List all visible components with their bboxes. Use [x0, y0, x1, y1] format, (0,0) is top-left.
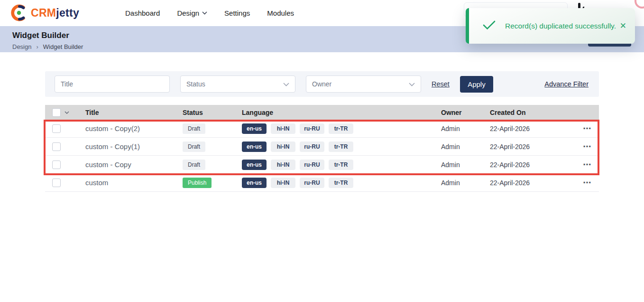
language-badge[interactable]: ru-RU [300, 160, 324, 170]
row-checkbox[interactable] [52, 179, 61, 187]
nav-item-modules[interactable]: Modules [267, 9, 294, 17]
language-badges: en-ushi-INru-RUtr-TR [242, 160, 441, 170]
row-title: custom - Copy(2) [85, 124, 183, 132]
toast-message: Record(s) duplicated successfully. [505, 22, 616, 30]
table-row: custom - Copy Draft en-ushi-INru-RUtr-TR… [45, 156, 599, 174]
language-badge[interactable]: en-us [242, 123, 267, 134]
language-badge[interactable]: hi-IN [271, 178, 295, 188]
row-actions-menu[interactable]: ⋯ [576, 178, 599, 188]
widget-table: Title Status Language Owner Created On c… [45, 105, 599, 192]
row-owner: Admin [441, 143, 490, 151]
table-row: custom - Copy(2) Draft en-ushi-INru-RUtr… [45, 120, 599, 138]
row-actions-menu[interactable]: ⋯ [576, 160, 599, 170]
table-row: custom Publish en-ushi-INru-RUtr-TR Admi… [45, 174, 599, 192]
row-created: 22-April-2026 [490, 125, 576, 132]
row-owner: Admin [441, 125, 490, 132]
table-header-row: Title Status Language Owner Created On [45, 105, 599, 120]
chevron-down-icon [202, 11, 207, 15]
status-filter-select[interactable]: Status [180, 76, 295, 93]
owner-filter-select[interactable]: Owner [306, 76, 421, 93]
chevron-down-icon[interactable] [64, 111, 69, 114]
language-badges: en-ushi-INru-RUtr-TR [242, 142, 441, 152]
filter-bar: Status Owner Reset Apply Advance Filter [45, 71, 599, 97]
status-badge: Draft [183, 123, 205, 134]
language-badge[interactable]: hi-IN [271, 160, 295, 170]
language-badge[interactable]: hi-IN [271, 123, 295, 134]
language-badges: en-ushi-INru-RUtr-TR [242, 123, 441, 134]
language-badge[interactable]: ru-RU [300, 142, 324, 152]
language-badge[interactable]: hi-IN [271, 142, 295, 152]
status-badge: Draft [183, 160, 205, 170]
column-header-title[interactable]: Title [85, 109, 183, 116]
nav-item-dashboard[interactable]: Dashboard [125, 9, 160, 17]
row-title: custom - Copy(1) [85, 142, 183, 151]
crmjetty-logo-icon [9, 4, 28, 22]
row-checkbox[interactable] [52, 160, 61, 169]
main-menu: Dashboard Design Settings Modules [125, 0, 294, 26]
row-created: 22-April-2026 [490, 179, 576, 187]
language-badge[interactable]: tr-TR [329, 160, 353, 170]
success-toast: Record(s) duplicated successfully. ✕ [466, 8, 635, 44]
breadcrumb-design[interactable]: Design [12, 43, 31, 50]
language-badge[interactable]: tr-TR [329, 178, 353, 188]
page-title: Widget Builder [12, 31, 69, 40]
language-badge[interactable]: tr-TR [329, 123, 353, 134]
nav-item-settings[interactable]: Settings [224, 9, 250, 17]
corner-avatar-fragment [635, 0, 644, 9]
nav-item-design[interactable]: Design [177, 9, 207, 17]
row-checkbox[interactable] [52, 124, 61, 133]
chevron-down-icon [409, 80, 415, 88]
advance-filter-link[interactable]: Advance Filter [544, 80, 589, 88]
brand-name: CRMjetty [31, 7, 79, 19]
breadcrumb: Design › Widget Builder [12, 43, 83, 50]
language-badge[interactable]: ru-RU [300, 123, 324, 134]
column-header-created-on[interactable]: Created On [490, 109, 576, 116]
language-badge[interactable]: en-us [242, 160, 267, 170]
status-badge: Publish [183, 178, 212, 188]
language-badge[interactable]: en-us [242, 178, 267, 188]
row-created: 22-April-2026 [490, 161, 576, 169]
row-actions-menu[interactable]: ⋯ [576, 123, 599, 133]
column-header-language[interactable]: Language [242, 109, 441, 116]
table-row: custom - Copy(1) Draft en-ushi-INru-RUtr… [45, 138, 599, 156]
row-actions-menu[interactable]: ⋯ [576, 142, 599, 151]
language-badge[interactable]: ru-RU [300, 178, 324, 188]
row-title: custom - Copy [85, 160, 183, 169]
check-icon [483, 20, 496, 32]
column-header-status[interactable]: Status [183, 109, 242, 116]
chevron-down-icon [283, 80, 289, 88]
brand-logo[interactable]: CRMjetty [9, 4, 79, 22]
close-icon[interactable]: ✕ [620, 21, 626, 31]
title-filter-input[interactable] [55, 76, 170, 93]
language-badge[interactable]: tr-TR [329, 142, 353, 152]
language-badge[interactable]: en-us [242, 142, 267, 152]
row-owner: Admin [441, 161, 490, 169]
row-owner: Admin [441, 179, 490, 187]
row-checkbox[interactable] [52, 142, 61, 151]
status-badge: Draft [183, 142, 205, 152]
language-badges: en-ushi-INru-RUtr-TR [242, 178, 441, 188]
select-all-checkbox[interactable] [52, 108, 61, 117]
column-header-owner[interactable]: Owner [441, 109, 490, 116]
breadcrumb-separator-icon: › [36, 43, 38, 50]
reset-link[interactable]: Reset [432, 80, 450, 88]
table-body: custom - Copy(2) Draft en-ushi-INru-RUtr… [45, 120, 599, 192]
breadcrumb-widget-builder: Widget Builder [43, 43, 83, 50]
row-title: custom [85, 179, 183, 187]
row-created: 22-April-2026 [490, 143, 576, 151]
apply-button[interactable]: Apply [460, 76, 493, 93]
